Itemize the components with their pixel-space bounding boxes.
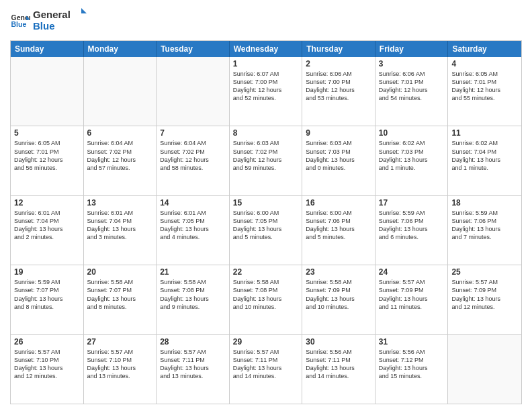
day-number: 27 [87,337,153,347]
day-number: 19 [14,267,80,277]
day-number: 15 [233,198,299,208]
svg-text:Blue: Blue [11,20,27,28]
calendar-cell: 31Sunrise: 5:56 AM Sunset: 7:12 PM Dayli… [375,335,449,404]
calendar-cell: 24Sunrise: 5:57 AM Sunset: 7:09 PM Dayli… [375,265,449,334]
header-cell-friday: Friday [375,41,449,57]
day-number: 14 [160,198,226,208]
day-number: 18 [451,198,518,208]
cell-text: Sunrise: 6:04 AM Sunset: 7:02 PM Dayligh… [87,139,153,172]
cell-text: Sunrise: 6:06 AM Sunset: 7:01 PM Dayligh… [379,70,445,103]
calendar-cell [448,335,521,404]
day-number: 31 [379,337,445,347]
calendar-cell: 29Sunrise: 5:57 AM Sunset: 7:11 PM Dayli… [230,335,303,404]
logo-text: General Blue [33,7,87,35]
svg-marker-4 [81,8,87,13]
page: General Blue General Blue SundayMondayTu… [0,0,532,411]
header: General Blue General Blue [10,7,522,35]
day-number: 12 [14,198,80,208]
calendar-cell [84,57,157,126]
cell-text: Sunrise: 5:57 AM Sunset: 7:09 PM Dayligh… [379,278,445,311]
calendar-cell: 17Sunrise: 5:59 AM Sunset: 7:06 PM Dayli… [375,196,449,265]
svg-text:Blue: Blue [33,20,55,32]
calendar-cell: 6Sunrise: 6:04 AM Sunset: 7:02 PM Daylig… [84,126,157,195]
day-number: 30 [306,337,371,347]
calendar-body: 1Sunrise: 6:07 AM Sunset: 7:00 PM Daylig… [11,57,521,404]
calendar-cell: 1Sunrise: 6:07 AM Sunset: 7:00 PM Daylig… [230,57,303,126]
day-number: 7 [160,128,226,138]
calendar-cell: 16Sunrise: 6:00 AM Sunset: 7:06 PM Dayli… [302,196,375,265]
calendar-week-5: 26Sunrise: 5:57 AM Sunset: 7:10 PM Dayli… [11,335,521,404]
cell-text: Sunrise: 5:59 AM Sunset: 7:07 PM Dayligh… [14,278,80,311]
day-number: 16 [306,198,371,208]
calendar-cell: 14Sunrise: 6:01 AM Sunset: 7:05 PM Dayli… [157,196,230,265]
calendar-cell: 10Sunrise: 6:02 AM Sunset: 7:03 PM Dayli… [375,126,449,195]
cell-text: Sunrise: 6:06 AM Sunset: 7:00 PM Dayligh… [306,70,371,103]
cell-text: Sunrise: 5:58 AM Sunset: 7:09 PM Dayligh… [306,278,371,311]
calendar-cell: 26Sunrise: 5:57 AM Sunset: 7:10 PM Dayli… [11,335,84,404]
cell-text: Sunrise: 5:57 AM Sunset: 7:09 PM Dayligh… [451,278,518,311]
cell-text: Sunrise: 5:57 AM Sunset: 7:10 PM Dayligh… [14,348,80,381]
calendar-cell: 21Sunrise: 5:58 AM Sunset: 7:08 PM Dayli… [157,265,230,334]
cell-text: Sunrise: 5:58 AM Sunset: 7:08 PM Dayligh… [160,278,226,311]
calendar-cell: 23Sunrise: 5:58 AM Sunset: 7:09 PM Dayli… [302,265,375,334]
logo: General Blue General Blue [10,7,87,35]
day-number: 28 [160,337,226,347]
cell-text: Sunrise: 6:00 AM Sunset: 7:06 PM Dayligh… [306,209,371,242]
day-number: 24 [379,267,445,277]
day-number: 11 [451,128,518,138]
calendar-cell [11,57,84,126]
day-number: 20 [87,267,153,277]
day-number: 1 [233,59,299,68]
logo-svg: General Blue [33,7,87,32]
cell-text: Sunrise: 5:57 AM Sunset: 7:11 PM Dayligh… [233,348,299,381]
cell-text: Sunrise: 5:56 AM Sunset: 7:12 PM Dayligh… [379,348,445,381]
calendar-cell: 20Sunrise: 5:58 AM Sunset: 7:07 PM Dayli… [84,265,157,334]
cell-text: Sunrise: 5:57 AM Sunset: 7:10 PM Dayligh… [87,348,153,381]
calendar-cell: 8Sunrise: 6:03 AM Sunset: 7:02 PM Daylig… [230,126,303,195]
calendar-cell: 13Sunrise: 6:01 AM Sunset: 7:04 PM Dayli… [84,196,157,265]
calendar-cell: 4Sunrise: 6:05 AM Sunset: 7:01 PM Daylig… [448,57,521,126]
calendar-header: SundayMondayTuesdayWednesdayThursdayFrid… [11,41,521,57]
calendar-week-1: 1Sunrise: 6:07 AM Sunset: 7:00 PM Daylig… [11,57,521,126]
calendar-cell: 27Sunrise: 5:57 AM Sunset: 7:10 PM Dayli… [84,335,157,404]
calendar-cell: 15Sunrise: 6:00 AM Sunset: 7:05 PM Dayli… [230,196,303,265]
cell-text: Sunrise: 6:07 AM Sunset: 7:00 PM Dayligh… [233,70,299,103]
calendar-week-3: 12Sunrise: 6:01 AM Sunset: 7:04 PM Dayli… [11,196,521,265]
day-number: 9 [306,128,371,138]
cell-text: Sunrise: 5:58 AM Sunset: 7:07 PM Dayligh… [87,278,153,311]
cell-text: Sunrise: 6:04 AM Sunset: 7:02 PM Dayligh… [160,139,226,172]
cell-text: Sunrise: 6:03 AM Sunset: 7:03 PM Dayligh… [306,139,371,172]
day-number: 17 [379,198,445,208]
calendar-cell: 5Sunrise: 6:05 AM Sunset: 7:01 PM Daylig… [11,126,84,195]
cell-text: Sunrise: 5:56 AM Sunset: 7:11 PM Dayligh… [306,348,371,381]
calendar-cell: 9Sunrise: 6:03 AM Sunset: 7:03 PM Daylig… [302,126,375,195]
calendar-cell: 22Sunrise: 5:58 AM Sunset: 7:08 PM Dayli… [230,265,303,334]
day-number: 22 [233,267,299,277]
header-cell-thursday: Thursday [302,41,375,57]
svg-text:General: General [33,9,71,20]
day-number: 6 [87,128,153,138]
day-number: 21 [160,267,226,277]
calendar: SundayMondayTuesdayWednesdayThursdayFrid… [10,40,522,404]
calendar-cell: 12Sunrise: 6:01 AM Sunset: 7:04 PM Dayli… [11,196,84,265]
calendar-cell: 28Sunrise: 5:57 AM Sunset: 7:11 PM Dayli… [157,335,230,404]
day-number: 10 [379,128,445,138]
cell-text: Sunrise: 6:02 AM Sunset: 7:03 PM Dayligh… [379,139,445,172]
calendar-cell: 30Sunrise: 5:56 AM Sunset: 7:11 PM Dayli… [302,335,375,404]
cell-text: Sunrise: 6:01 AM Sunset: 7:05 PM Dayligh… [160,209,226,242]
calendar-cell: 2Sunrise: 6:06 AM Sunset: 7:00 PM Daylig… [302,57,375,126]
cell-text: Sunrise: 6:02 AM Sunset: 7:04 PM Dayligh… [451,139,518,172]
header-cell-tuesday: Tuesday [157,41,230,57]
calendar-cell: 7Sunrise: 6:04 AM Sunset: 7:02 PM Daylig… [157,126,230,195]
cell-text: Sunrise: 5:58 AM Sunset: 7:08 PM Dayligh… [233,278,299,311]
logo-icon: General Blue [10,11,30,31]
day-number: 25 [451,267,518,277]
header-cell-sunday: Sunday [11,41,84,57]
calendar-cell: 18Sunrise: 5:59 AM Sunset: 7:06 PM Dayli… [448,196,521,265]
cell-text: Sunrise: 6:01 AM Sunset: 7:04 PM Dayligh… [87,209,153,242]
day-number: 4 [451,59,518,68]
cell-text: Sunrise: 5:59 AM Sunset: 7:06 PM Dayligh… [379,209,445,242]
day-number: 8 [233,128,299,138]
day-number: 13 [87,198,153,208]
calendar-cell: 25Sunrise: 5:57 AM Sunset: 7:09 PM Dayli… [448,265,521,334]
